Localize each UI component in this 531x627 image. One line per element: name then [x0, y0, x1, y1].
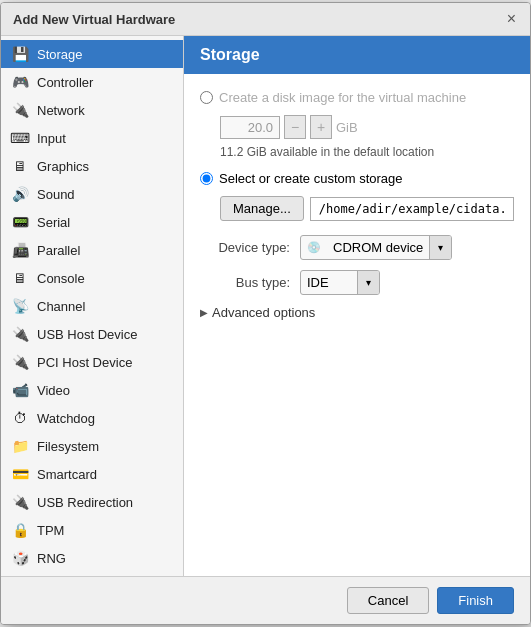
- sidebar-item-sound[interactable]: 🔊Sound: [1, 180, 183, 208]
- sidebar-label-controller: Controller: [37, 75, 93, 90]
- cdrom-icon: 💿: [301, 241, 327, 254]
- sidebar-label-graphics: Graphics: [37, 159, 89, 174]
- sidebar-label-input: Input: [37, 131, 66, 146]
- sidebar-item-pci-host-device[interactable]: 🔌PCI Host Device: [1, 348, 183, 376]
- sidebar-item-usb-redirection[interactable]: 🔌USB Redirection: [1, 488, 183, 516]
- main-panel: Storage Create a disk image for the virt…: [184, 36, 530, 576]
- sidebar-label-filesystem: Filesystem: [37, 439, 99, 454]
- sound-icon: 🔊: [11, 185, 29, 203]
- sidebar-label-tpm: TPM: [37, 523, 64, 538]
- sidebar-item-smartcard[interactable]: 💳Smartcard: [1, 460, 183, 488]
- sidebar-item-watchdog[interactable]: ⏱Watchdog: [1, 404, 183, 432]
- storage-icon: 💾: [11, 45, 29, 63]
- finish-button[interactable]: Finish: [437, 587, 514, 614]
- sidebar-item-input[interactable]: ⌨Input: [1, 124, 183, 152]
- sidebar-item-filesystem[interactable]: 📁Filesystem: [1, 432, 183, 460]
- sidebar-item-parallel[interactable]: 📠Parallel: [1, 236, 183, 264]
- sidebar-item-graphics[interactable]: 🖥Graphics: [1, 152, 183, 180]
- disk-size-row: − + GiB: [220, 115, 514, 139]
- device-type-row: Device type: 💿 CDROM device ▾: [200, 235, 514, 260]
- disk-image-radio[interactable]: [200, 91, 213, 104]
- advanced-triangle: ▶: [200, 307, 208, 318]
- bus-type-label: Bus type:: [200, 275, 290, 290]
- console-icon: 🖥: [11, 269, 29, 287]
- device-type-arrow[interactable]: ▾: [429, 236, 451, 259]
- tpm-icon: 🔒: [11, 521, 29, 539]
- sidebar-item-channel[interactable]: 📡Channel: [1, 292, 183, 320]
- bus-type-arrow[interactable]: ▾: [357, 271, 379, 294]
- controller-icon: 🎮: [11, 73, 29, 91]
- sidebar-item-controller[interactable]: 🎮Controller: [1, 68, 183, 96]
- device-type-label: Device type:: [200, 240, 290, 255]
- sidebar-item-console[interactable]: 🖥Console: [1, 264, 183, 292]
- sidebar-label-storage: Storage: [37, 47, 83, 62]
- dialog: Add New Virtual Hardware × 💾Storage🎮Cont…: [0, 2, 531, 625]
- sidebar-item-network[interactable]: 🔌Network: [1, 96, 183, 124]
- input-icon: ⌨: [11, 129, 29, 147]
- sidebar-label-console: Console: [37, 271, 85, 286]
- sidebar-label-sound: Sound: [37, 187, 75, 202]
- close-button[interactable]: ×: [505, 11, 518, 27]
- gib-label: GiB: [336, 120, 358, 135]
- sidebar-label-pci-host-device: PCI Host Device: [37, 355, 132, 370]
- pci-host-device-icon: 🔌: [11, 353, 29, 371]
- graphics-icon: 🖥: [11, 157, 29, 175]
- usb-host-device-icon: 🔌: [11, 325, 29, 343]
- dialog-footer: Cancel Finish: [1, 576, 530, 624]
- disk-size-input[interactable]: [220, 116, 280, 139]
- disk-image-radio-row: Create a disk image for the virtual mach…: [200, 90, 514, 105]
- disk-image-label: Create a disk image for the virtual mach…: [219, 90, 466, 105]
- sidebar-item-tpm[interactable]: 🔒TPM: [1, 516, 183, 544]
- watchdog-icon: ⏱: [11, 409, 29, 427]
- channel-icon: 📡: [11, 297, 29, 315]
- device-type-dropdown[interactable]: 💿 CDROM device ▾: [300, 235, 452, 260]
- bus-type-row: Bus type: IDE ▾: [200, 270, 514, 295]
- parallel-icon: 📠: [11, 241, 29, 259]
- filesystem-icon: 📁: [11, 437, 29, 455]
- bus-type-value: IDE: [301, 271, 357, 294]
- sidebar-item-video[interactable]: 📹Video: [1, 376, 183, 404]
- smartcard-icon: 💳: [11, 465, 29, 483]
- sidebar-label-watchdog: Watchdog: [37, 411, 95, 426]
- advanced-options-row[interactable]: ▶ Advanced options: [200, 305, 514, 320]
- sidebar-label-network: Network: [37, 103, 85, 118]
- rng-icon: 🎲: [11, 549, 29, 567]
- dialog-title: Add New Virtual Hardware: [13, 12, 175, 27]
- video-icon: 📹: [11, 381, 29, 399]
- main-content: Create a disk image for the virtual mach…: [184, 74, 530, 576]
- sidebar-item-rng[interactable]: 🎲RNG: [1, 544, 183, 572]
- sidebar: 💾Storage🎮Controller🔌Network⌨Input🖥Graphi…: [1, 36, 184, 576]
- storage-path-input[interactable]: [310, 197, 514, 221]
- custom-storage-radio[interactable]: [200, 172, 213, 185]
- size-plus-button[interactable]: +: [310, 115, 332, 139]
- sidebar-label-rng: RNG: [37, 551, 66, 566]
- sidebar-label-usb-host-device: USB Host Device: [37, 327, 137, 342]
- title-bar: Add New Virtual Hardware ×: [1, 3, 530, 36]
- sidebar-label-serial: Serial: [37, 215, 70, 230]
- bus-type-dropdown[interactable]: IDE ▾: [300, 270, 380, 295]
- sidebar-item-panic-notifier[interactable]: ⚠Panic Notifier: [1, 572, 183, 576]
- serial-icon: 📟: [11, 213, 29, 231]
- usb-redirection-icon: 🔌: [11, 493, 29, 511]
- sidebar-label-parallel: Parallel: [37, 243, 80, 258]
- custom-storage-label: Select or create custom storage: [219, 171, 403, 186]
- manage-button[interactable]: Manage...: [220, 196, 304, 221]
- sidebar-label-video: Video: [37, 383, 70, 398]
- custom-storage-radio-row: Select or create custom storage: [200, 171, 514, 186]
- dialog-body: 💾Storage🎮Controller🔌Network⌨Input🖥Graphi…: [1, 36, 530, 576]
- manage-row: Manage...: [220, 196, 514, 221]
- sidebar-item-usb-host-device[interactable]: 🔌USB Host Device: [1, 320, 183, 348]
- sidebar-label-channel: Channel: [37, 299, 85, 314]
- advanced-label: Advanced options: [212, 305, 315, 320]
- cancel-button[interactable]: Cancel: [347, 587, 429, 614]
- sidebar-label-usb-redirection: USB Redirection: [37, 495, 133, 510]
- network-icon: 🔌: [11, 101, 29, 119]
- main-header: Storage: [184, 36, 530, 74]
- device-type-value: CDROM device: [327, 236, 429, 259]
- sidebar-label-smartcard: Smartcard: [37, 467, 97, 482]
- available-text: 11.2 GiB available in the default locati…: [220, 145, 514, 159]
- sidebar-item-storage[interactable]: 💾Storage: [1, 40, 183, 68]
- size-minus-button[interactable]: −: [284, 115, 306, 139]
- sidebar-item-serial[interactable]: 📟Serial: [1, 208, 183, 236]
